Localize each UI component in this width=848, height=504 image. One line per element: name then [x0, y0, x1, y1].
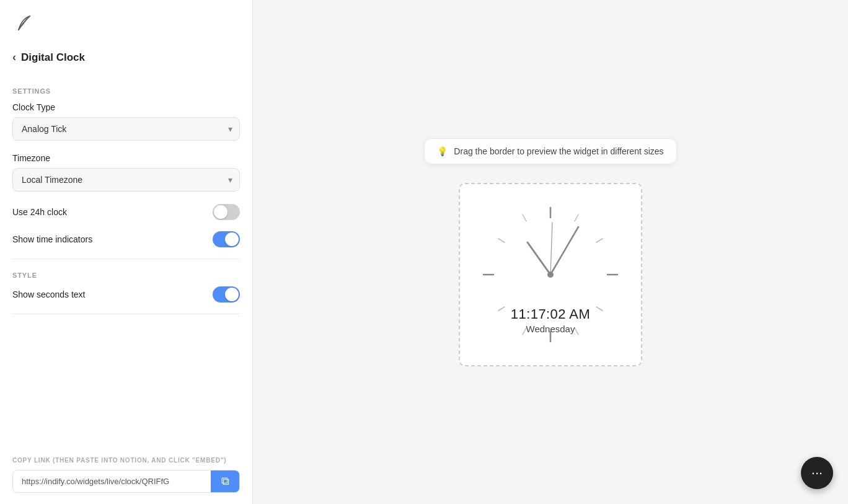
timezone-select-wrapper: Local Timezone UTC EST PST ▾	[12, 168, 240, 192]
clipboard-icon: ⧉	[221, 475, 229, 488]
logo-icon	[12, 11, 35, 33]
hint-text: Drag the border to preview the widget in…	[454, 146, 663, 156]
chat-icon: ···	[811, 465, 823, 481]
use-24h-row: Use 24h clock	[12, 204, 240, 220]
svg-line-14	[550, 223, 552, 275]
clock-type-select[interactable]: Analog Tick Digital Analog Smooth	[12, 117, 240, 141]
show-seconds-toggle[interactable]	[213, 286, 240, 303]
clock-time: 11:17:02 AM	[511, 306, 590, 322]
sidebar-header	[0, 0, 252, 51]
show-time-indicators-toggle-thumb	[225, 232, 239, 246]
settings-section-label: SETTINGS	[12, 87, 240, 95]
back-arrow-icon: ‹	[12, 51, 16, 64]
svg-line-11	[523, 214, 526, 221]
main-content: 💡 Drag the border to preview the widget …	[253, 0, 848, 504]
use-24h-label: Use 24h clock	[12, 207, 67, 217]
use-24h-toggle[interactable]	[213, 204, 240, 220]
svg-line-6	[596, 307, 603, 311]
copy-link-row: ⧉	[12, 470, 240, 493]
clock-type-label: Clock Type	[12, 102, 240, 112]
svg-line-13	[550, 227, 578, 275]
copy-link-section: COPY LINK (THEN PASTE INTO NOTION, AND C…	[0, 446, 252, 504]
sidebar: ‹ Digital Clock SETTINGS Clock Type Anal…	[0, 0, 253, 504]
show-seconds-label: Show seconds text	[12, 290, 86, 299]
timezone-select[interactable]: Local Timezone UTC EST PST	[12, 168, 240, 192]
use-24h-toggle-thumb	[214, 205, 227, 219]
hint-bulb-icon: 💡	[437, 146, 448, 156]
style-divider	[12, 314, 240, 314]
svg-point-15	[547, 272, 554, 278]
show-seconds-toggle-thumb	[225, 288, 239, 301]
svg-line-5	[596, 239, 603, 242]
show-time-indicators-label: Show time indicators	[12, 234, 92, 244]
clock-center-info: 11:17:02 AM Wednesday	[511, 306, 590, 334]
copy-link-input[interactable]	[13, 471, 211, 492]
show-seconds-row: Show seconds text	[12, 286, 240, 303]
show-time-indicators-row: Show time indicators	[12, 231, 240, 247]
page-title: Digital Clock	[21, 51, 85, 64]
clock-day: Wednesday	[526, 324, 575, 334]
svg-line-9	[498, 307, 505, 311]
svg-line-12	[528, 242, 550, 275]
clock-face: 11:17:02 AM Wednesday	[470, 194, 631, 355]
copy-link-label: COPY LINK (THEN PASTE INTO NOTION, AND C…	[12, 457, 240, 464]
timezone-label: Timezone	[12, 153, 240, 163]
sidebar-content: SETTINGS Clock Type Analog Tick Digital …	[0, 75, 252, 440]
clock-type-select-wrapper: Analog Tick Digital Analog Smooth ▾	[12, 117, 240, 141]
hint-bar: 💡 Drag the border to preview the widget …	[424, 138, 676, 164]
settings-divider	[12, 259, 240, 259]
style-section-label: STYLE	[12, 272, 240, 279]
logo-area	[12, 11, 240, 33]
svg-line-4	[575, 214, 578, 221]
clock-widget-container[interactable]: 11:17:02 AM Wednesday	[459, 183, 642, 366]
back-nav[interactable]: ‹ Digital Clock	[0, 51, 252, 75]
show-time-indicators-toggle[interactable]	[213, 231, 240, 247]
svg-line-10	[498, 239, 505, 242]
chat-bubble[interactable]: ···	[801, 457, 833, 489]
copy-link-button[interactable]: ⧉	[211, 471, 239, 492]
